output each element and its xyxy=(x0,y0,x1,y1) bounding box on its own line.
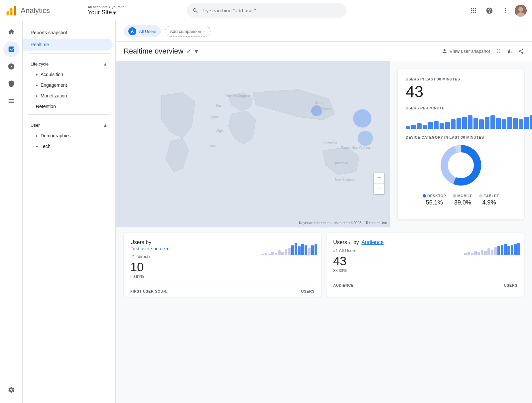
card2-inner: Users ▾ by Audience #1 All Users 43 33.3… xyxy=(333,239,517,276)
chip-letter: A xyxy=(128,27,136,35)
card1-mini-bar xyxy=(261,242,315,255)
sidebar-item-acquisition[interactable]: ▸ Acquisition xyxy=(23,69,115,80)
sidebar-item-demographics[interactable]: ▸ Demographics xyxy=(23,130,115,141)
desktop-value: 56.1% xyxy=(426,199,443,206)
demographics-label: Demographics xyxy=(41,133,70,138)
search-bar[interactable] xyxy=(187,3,346,18)
card1-subtitle[interactable]: First user source ▾ xyxy=(130,246,257,251)
card1-pct: 90.91% xyxy=(130,274,257,279)
mobile-label: MOBILE xyxy=(458,194,473,198)
svg-text:Fra...: Fra... xyxy=(216,104,224,108)
card1-footer-right: USERS xyxy=(301,289,315,293)
rail-advertising[interactable] xyxy=(3,76,19,92)
view-snapshot-label: View user snapshot xyxy=(450,49,490,54)
monetization-label: Monetization xyxy=(41,93,67,98)
sidebar-item-tech[interactable]: ▸ Tech xyxy=(23,141,115,152)
share-button[interactable] xyxy=(518,48,524,54)
users-30min-label: USERS IN LAST 30 MINUTES xyxy=(406,77,516,81)
card1-data: Users by First user source ▾ #1 (direct)… xyxy=(130,239,257,282)
svg-text:Papua New Guinea: Papua New Guinea xyxy=(341,146,370,150)
user-section[interactable]: User ▲ xyxy=(23,117,115,130)
lifecycle-chevron-icon: ▲ xyxy=(103,62,107,67)
terms-link[interactable]: Terms of Use xyxy=(365,221,387,225)
lifecycle-section[interactable]: Life cycle ▲ xyxy=(23,56,115,69)
sidebar-item-realtime[interactable]: Realtime xyxy=(23,39,113,51)
view-snapshot-button[interactable]: View user snapshot xyxy=(442,48,490,54)
map-data-label: Map data ©2023 xyxy=(334,221,362,225)
realtime-header: Realtime overview ✓ ▾ View user snapshot xyxy=(116,42,532,61)
donut-chart xyxy=(438,142,484,189)
icon-rail xyxy=(0,21,23,403)
legend-tablet: TABLET 4.9% xyxy=(479,194,499,206)
svg-text:South Korea: South Korea xyxy=(312,107,331,111)
zoom-in-button[interactable]: + xyxy=(374,173,384,183)
map-container[interactable]: United Kingdom Fra... Spain Alge... Mali… xyxy=(116,61,390,227)
card2-footer: AUDIENCE USERS xyxy=(333,280,517,291)
avatar[interactable] xyxy=(515,5,527,17)
realtime-label: Realtime xyxy=(31,42,49,47)
mobile-value: 39.0% xyxy=(454,199,471,206)
tech-label: Tech xyxy=(41,144,51,149)
all-users-label: All Users xyxy=(139,29,156,34)
chevron-right-icon: ▸ xyxy=(36,72,38,77)
share-icon xyxy=(518,48,524,54)
rail-realtime[interactable] xyxy=(3,41,19,57)
more-menu-button[interactable] xyxy=(499,4,512,17)
fullscreen-button[interactable] xyxy=(495,48,501,54)
tablet-dot xyxy=(479,194,482,198)
subtitle-chevron-icon: ▾ xyxy=(166,246,169,251)
card1-rank: #1 (direct) xyxy=(130,254,257,259)
sidebar-item-retention[interactable]: Retention xyxy=(23,101,115,112)
world-map-svg: United Kingdom Fra... Spain Alge... Mali… xyxy=(116,61,390,227)
keyboard-shortcuts-link[interactable]: Keyboard shortcuts xyxy=(299,221,331,225)
chart-type-button[interactable] xyxy=(507,48,513,54)
rail-home[interactable] xyxy=(3,24,19,40)
chevron-right-icon-3: ▸ xyxy=(36,93,38,98)
bottom-card-first-user-source: Users by First user source ▾ #1 (direct)… xyxy=(124,233,321,297)
sidebar-item-engagement[interactable]: ▸ Engagement xyxy=(23,80,115,90)
engagement-label: Engagement xyxy=(41,82,67,88)
rail-settings[interactable] xyxy=(3,382,19,398)
desktop-label: DESKTOP xyxy=(427,194,446,198)
svg-text:Alge...: Alge... xyxy=(216,129,226,133)
card2-subtitle[interactable]: Audience xyxy=(361,239,384,245)
title-dropdown-icon[interactable]: ▾ xyxy=(195,47,198,56)
rail-explore[interactable] xyxy=(3,59,19,74)
svg-text:United Kingdom: United Kingdom xyxy=(225,94,251,98)
legend-desktop: DESKTOP 56.1% xyxy=(423,194,446,206)
card2-dropdown-icon[interactable]: ▾ xyxy=(348,240,350,245)
lifecycle-label: Life cycle xyxy=(31,62,49,67)
sidebar-item-monetization[interactable]: ▸ Monetization xyxy=(23,90,115,101)
card2-footer-right: USERS xyxy=(504,283,517,287)
site-name[interactable]: Your Site ▾ xyxy=(88,9,124,16)
app-layout: Reports snapshot Realtime Life cycle ▲ ▸… xyxy=(0,21,532,403)
users-per-minute-label: USERS PER MINUTE xyxy=(406,106,516,110)
desktop-dot xyxy=(423,194,426,198)
stats-card: USERS IN LAST 30 MINUTES 43 USERS PER MI… xyxy=(398,69,524,219)
users-count: 43 xyxy=(406,82,516,101)
all-users-chip[interactable]: A All Users xyxy=(124,25,161,37)
svg-rect-2 xyxy=(14,6,16,15)
card2-rank: #1 All Users xyxy=(333,248,460,253)
add-comparison-button[interactable]: Add comparison + xyxy=(165,26,210,37)
sidebar-item-reports-snapshot[interactable]: Reports snapshot xyxy=(23,27,115,39)
site-selector[interactable]: All accounts > yoursite Your Site ▾ xyxy=(88,5,124,16)
app-title: Analytics xyxy=(21,6,50,15)
search-input[interactable] xyxy=(201,8,341,13)
rail-configure[interactable] xyxy=(3,93,19,109)
ga-logo xyxy=(5,5,17,17)
apps-button[interactable] xyxy=(467,4,480,17)
bottom-card-audience: Users ▾ by Audience #1 All Users 43 33.3… xyxy=(327,233,524,297)
zoom-out-button[interactable]: − xyxy=(374,184,384,194)
help-button[interactable] xyxy=(483,4,496,17)
svg-text:Australia: Australia xyxy=(335,161,348,165)
donut-section: DESKTOP 56.1% MOBILE 39.0% xyxy=(406,142,516,206)
card2-title: Users ▾ by Audience xyxy=(333,239,460,245)
card2-footer-left: AUDIENCE xyxy=(333,283,353,287)
fullscreen-icon xyxy=(495,48,501,54)
realtime-title: Realtime overview ✓ ▾ xyxy=(124,47,198,56)
bottom-cards: Users by First user source ▾ #1 (direct)… xyxy=(116,227,532,305)
tablet-value: 4.9% xyxy=(482,199,496,206)
svg-point-23 xyxy=(449,154,472,177)
add-icon: + xyxy=(202,28,205,34)
